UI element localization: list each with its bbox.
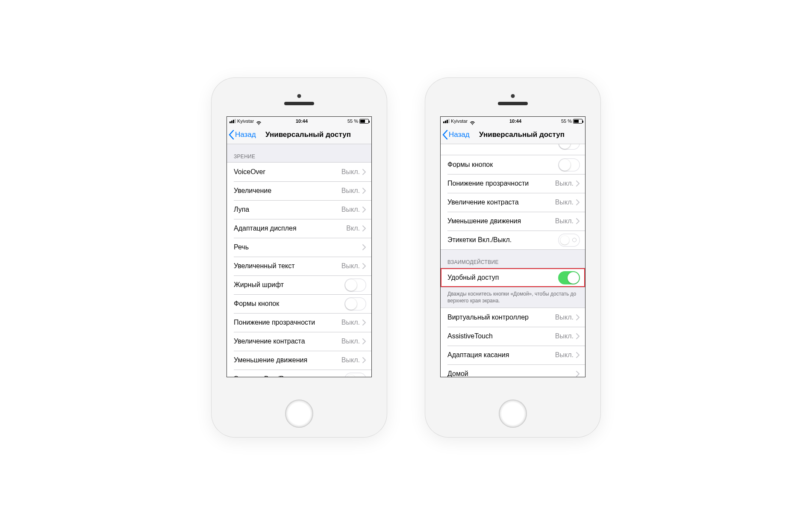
row-zoom[interactable]: Увеличение Выкл. [227, 181, 371, 200]
carrier-label: Kyivstar [451, 118, 468, 124]
page-title: Универсальный доступ [441, 130, 585, 139]
chevron-right-icon [362, 244, 366, 250]
screen-right: Kyivstar 10:44 55 % Назад Универсальный … [440, 116, 585, 377]
row-label: Формы кнопок [234, 300, 344, 308]
row-value: Выкл. [555, 351, 574, 359]
chevron-right-icon [576, 199, 580, 205]
row-reduce-transparency[interactable]: Понижение прозрачности Выкл. [227, 313, 371, 332]
row-increase-contrast[interactable]: Увеличение контраста Выкл. [441, 193, 585, 212]
navigation-bar: Назад Универсальный доступ [227, 125, 371, 144]
toggle-onoff-labels[interactable] [558, 234, 580, 247]
clock: 10:44 [296, 118, 308, 124]
chevron-right-icon [576, 314, 580, 320]
chevron-right-icon [362, 207, 366, 213]
row-speech[interactable]: Речь [227, 238, 371, 257]
row-label: Этикетки Вкл./Выкл. [447, 236, 558, 244]
chevron-right-icon [576, 181, 580, 186]
row-reduce-transparency[interactable]: Понижение прозрачности Выкл. [441, 174, 585, 193]
row-home-button[interactable]: Домой [441, 364, 585, 377]
row-value: Выкл. [341, 206, 360, 213]
carrier-label: Kyivstar [237, 118, 254, 124]
row-label: VoiceOver [234, 168, 341, 176]
row-switch-control[interactable]: Виртуальный контроллер Выкл. [441, 308, 585, 327]
row-label: Удобный доступ [447, 274, 558, 281]
signal-icon [229, 119, 236, 123]
row-label: Этикетки Вкл./Выкл. [234, 375, 344, 377]
chevron-right-icon [362, 225, 366, 231]
row-display-accommodations[interactable]: Адаптация дисплея Вкл. [227, 219, 371, 238]
row-touch-accommodations[interactable]: Адаптация касания Выкл. [441, 346, 585, 364]
row-label: Адаптация касания [447, 351, 555, 359]
row-value: Выкл. [555, 217, 574, 225]
row-value: Выкл. [341, 187, 360, 195]
toggle-button-shapes[interactable] [344, 297, 366, 311]
section-header-interaction: ВЗАИМОДЕЙСТВИЕ [441, 250, 585, 268]
row-reduce-motion[interactable]: Уменьшение движения Выкл. [441, 212, 585, 231]
chevron-right-icon [362, 338, 366, 344]
row-value: Выкл. [341, 337, 360, 345]
navigation-bar: Назад Универсальный доступ [441, 125, 585, 144]
row-label: AssistiveTouch [447, 332, 555, 340]
row-label: Речь [234, 243, 362, 251]
status-bar: Kyivstar 10:44 55 % [441, 117, 585, 125]
chevron-right-icon [576, 371, 580, 377]
row-label: Уменьшение движения [234, 356, 341, 364]
row-value: Выкл. [341, 168, 360, 176]
row-value: Выкл. [341, 356, 360, 364]
row-label: Домой [447, 370, 576, 377]
row-assistivetouch[interactable]: AssistiveTouch Выкл. [441, 327, 585, 346]
row-label: Понижение прозрачности [447, 180, 555, 187]
toggle-bold-text[interactable] [344, 278, 366, 292]
page-title: Универсальный доступ [227, 130, 371, 139]
battery-indicator: 55 % [561, 118, 583, 124]
row-value: Выкл. [341, 319, 360, 326]
row-label: Уменьшение движения [447, 217, 555, 225]
row-label: Лупа [234, 206, 341, 213]
row-bold-text[interactable]: Жирный шрифт [227, 275, 371, 294]
row-value: Выкл. [555, 198, 574, 206]
row-label: Увеличенный текст [234, 262, 341, 270]
row-button-shapes[interactable]: Формы кнопок [227, 294, 371, 313]
row-onoff-labels[interactable]: Этикетки Вкл./Выкл. [227, 370, 371, 377]
chevron-right-icon [362, 169, 366, 175]
row-label: Жирный шрифт [234, 281, 344, 289]
row-value: Выкл. [341, 262, 360, 270]
section-header-vision: ЗРЕНИЕ [227, 144, 371, 162]
home-button[interactable] [499, 400, 527, 428]
phone-left: Kyivstar 10:44 55 % Назад Универсальный … [212, 78, 387, 437]
chevron-right-icon [362, 188, 366, 194]
clock: 10:44 [509, 118, 521, 124]
toggle-partial[interactable] [558, 144, 580, 150]
battery-indicator: 55 % [347, 118, 369, 124]
section-footer-reachability: Дважды коснитесь кнопки «Домой», чтобы д… [441, 287, 585, 308]
row-label: Понижение прозрачности [234, 319, 341, 326]
row-label: Увеличение контраста [447, 198, 555, 206]
row-value: Вкл. [346, 225, 360, 232]
chevron-right-icon [362, 263, 366, 269]
row-label: Увеличение контраста [234, 337, 341, 345]
phone-right: Kyivstar 10:44 55 % Назад Универсальный … [425, 78, 600, 437]
row-label: Увеличение [234, 187, 341, 195]
toggle-button-shapes[interactable] [558, 158, 580, 172]
row-magnifier[interactable]: Лупа Выкл. [227, 200, 371, 219]
row-larger-text[interactable]: Увеличенный текст Выкл. [227, 257, 371, 275]
signal-icon [443, 119, 450, 123]
toggle-onoff-labels[interactable] [344, 373, 366, 377]
row-onoff-labels[interactable]: Этикетки Вкл./Выкл. [441, 231, 585, 249]
home-button[interactable] [285, 400, 313, 428]
chevron-right-icon [576, 218, 580, 224]
status-bar: Kyivstar 10:44 55 % [227, 117, 371, 125]
row-label: Адаптация дисплея [234, 225, 346, 232]
chevron-right-icon [362, 320, 366, 326]
row-partial-top [441, 144, 585, 155]
screen-left: Kyivstar 10:44 55 % Назад Универсальный … [227, 116, 372, 377]
row-reachability[interactable]: Удобный доступ [441, 268, 585, 287]
row-reduce-motion[interactable]: Уменьшение движения Выкл. [227, 351, 371, 370]
chevron-right-icon [576, 333, 580, 339]
row-label: Виртуальный контроллер [447, 314, 555, 321]
row-button-shapes[interactable]: Формы кнопок [441, 155, 585, 174]
row-voiceover[interactable]: VoiceOver Выкл. [227, 163, 371, 181]
chevron-right-icon [576, 352, 580, 358]
row-increase-contrast[interactable]: Увеличение контраста Выкл. [227, 332, 371, 351]
toggle-reachability[interactable] [558, 271, 580, 284]
